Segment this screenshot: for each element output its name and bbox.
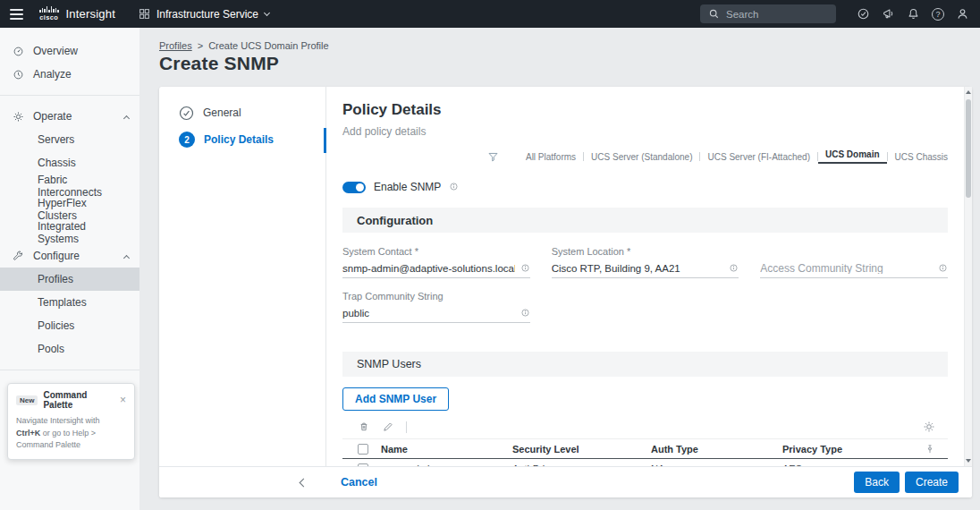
sidebar-item-chassis[interactable]: Chassis (0, 151, 139, 174)
topbar: cisco Intersight Infrastructure Service (0, 0, 980, 28)
add-snmp-user-button[interactable]: Add SNMP User (342, 387, 449, 411)
platform-filter-standalone[interactable]: UCS Server (Standalone) (584, 152, 699, 162)
sidebar-item-policies[interactable]: Policies (0, 314, 139, 337)
system-contact-field: System Contact * (342, 246, 530, 278)
sidebar-item-templates[interactable]: Templates (0, 291, 139, 314)
cisco-logo: cisco (39, 6, 59, 21)
platform-filter-fi-attached[interactable]: UCS Server (FI-Attached) (700, 152, 816, 162)
sidebar-section-configure[interactable]: Configure (0, 244, 139, 268)
info-icon[interactable] (520, 263, 530, 273)
sidebar-item-servers[interactable]: Servers (0, 128, 139, 151)
configuration-fields-row-2: Trap Community String (342, 291, 948, 323)
scroll-down-arrow[interactable] (966, 459, 971, 463)
create-button[interactable]: Create (905, 472, 959, 493)
sidebar-item-pools[interactable]: Pools (0, 337, 139, 361)
step-policy-details[interactable]: 2 Policy Details (159, 126, 325, 153)
scrollbar[interactable] (964, 87, 972, 466)
delete-trash-icon[interactable] (358, 421, 370, 433)
sidebar-item-analyze[interactable]: Analyze (0, 63, 139, 86)
platform-filter-ucs-chassis[interactable]: UCS Chassis (888, 152, 948, 162)
cisco-logo-text: cisco (39, 13, 58, 21)
search-box[interactable] (700, 4, 836, 23)
enable-snmp-row: Enable SNMP (342, 181, 948, 193)
access-community-string-input[interactable] (760, 263, 933, 274)
toolbar-divider (406, 421, 407, 433)
step-number-badge: 2 (179, 132, 195, 148)
platform-filter-ucs-domain[interactable]: UCS Domain (818, 149, 887, 164)
breadcrumb-profiles-link[interactable]: Profiles (159, 40, 192, 51)
chevron-up-icon (123, 115, 130, 121)
content-subheading: Add policy details (342, 125, 948, 138)
column-pin-icon[interactable] (925, 444, 935, 455)
system-location-field: System Location * (552, 246, 739, 278)
info-icon[interactable] (520, 308, 530, 318)
platform-filter-all[interactable]: All Platforms (519, 152, 583, 162)
announcements-icon[interactable] (882, 7, 895, 21)
close-icon[interactable]: × (120, 395, 126, 405)
breadcrumb-current: Create UCS Domain Profile (208, 40, 329, 51)
empty-label (760, 246, 948, 259)
cisco-logo-bars-icon (39, 6, 59, 13)
service-label: Infrastructure Service (156, 8, 258, 21)
wizard-footer: Cancel Back Create (159, 466, 972, 497)
analyze-clock-icon (13, 69, 24, 81)
sidebar-item-integrated-systems[interactable]: Integrated Systems (0, 221, 139, 244)
info-icon[interactable] (938, 263, 948, 273)
step-general[interactable]: General (159, 99, 325, 126)
back-button[interactable]: Back (854, 472, 900, 493)
cancel-link[interactable]: Cancel (341, 476, 377, 489)
table-settings-gear-icon[interactable] (923, 421, 935, 433)
service-selector[interactable]: Infrastructure Service (139, 8, 269, 21)
configure-wrench-icon (13, 251, 24, 262)
operate-gear-icon (13, 111, 24, 123)
column-header-name[interactable]: Name (381, 444, 512, 455)
chevron-up-icon (123, 254, 130, 260)
system-location-input[interactable] (552, 263, 724, 274)
sidebar-item-overview[interactable]: Overview (0, 39, 139, 63)
info-icon[interactable] (449, 182, 459, 191)
scroll-up-arrow[interactable] (966, 90, 971, 94)
column-header-auth-type[interactable]: Auth Type (651, 444, 782, 455)
brand-title: Intersight (66, 7, 115, 21)
scrollbar-thumb[interactable] (966, 99, 971, 198)
enable-snmp-toggle[interactable] (342, 182, 366, 193)
platform-filter-bar: All Platforms UCS Server (Standalone) UC… (342, 149, 948, 164)
new-badge: New (16, 395, 38, 405)
help-icon[interactable]: ? (932, 8, 944, 21)
select-all-checkbox[interactable] (358, 444, 368, 455)
status-check-icon[interactable] (857, 7, 870, 21)
column-header-privacy-type[interactable]: Privacy Type (782, 444, 919, 455)
info-icon[interactable] (729, 263, 739, 273)
sidebar-item-profiles[interactable]: Profiles (0, 268, 139, 291)
breadcrumb-separator: > (198, 40, 203, 51)
enable-snmp-label: Enable SNMP (374, 181, 441, 193)
command-palette-body: Navigate Intersight with Ctrl+K or go to… (16, 415, 126, 452)
content-heading: Policy Details (342, 101, 948, 119)
sidebar-section-operate[interactable]: Operate (0, 105, 139, 128)
table-header-row: Name Security Level Auth Type Privacy Ty… (342, 438, 948, 459)
page-title: Create SNMP (159, 53, 279, 74)
breadcrumb: Profiles > Create UCS Domain Profile (159, 40, 329, 51)
user-avatar-icon[interactable] (956, 7, 969, 21)
search-input[interactable] (726, 9, 828, 20)
column-header-security-level[interactable]: Security Level (512, 444, 651, 455)
active-step-indicator (324, 128, 326, 153)
system-location-label: System Location * (552, 246, 739, 259)
sidebar-divider (0, 370, 139, 370)
sidebar-item-hyperflex-clusters[interactable]: HyperFlex Clusters (0, 198, 139, 221)
trap-community-string-field: Trap Community String (342, 291, 530, 323)
filter-funnel-icon[interactable] (487, 151, 499, 163)
trap-community-string-input[interactable] (342, 308, 515, 319)
configuration-section-header: Configuration (342, 208, 948, 233)
wizard-card: General 2 Policy Details Policy Details … (159, 87, 972, 497)
sidebar-item-fabric-interconnects[interactable]: Fabric Interconnects (0, 174, 139, 198)
table-row[interactable]: snmp-admin AuthPriv NA AES ••• (342, 459, 948, 466)
system-contact-input[interactable] (342, 263, 515, 274)
notifications-bell-icon[interactable] (907, 7, 920, 21)
system-contact-label: System Contact * (342, 246, 530, 259)
edit-pencil-icon[interactable] (382, 421, 394, 433)
chevron-down-icon (264, 10, 270, 16)
configuration-fields-row-1: System Contact * System Location * (342, 246, 948, 278)
collapse-stepper-chevron-icon[interactable] (300, 478, 308, 487)
menu-icon[interactable] (10, 9, 23, 20)
